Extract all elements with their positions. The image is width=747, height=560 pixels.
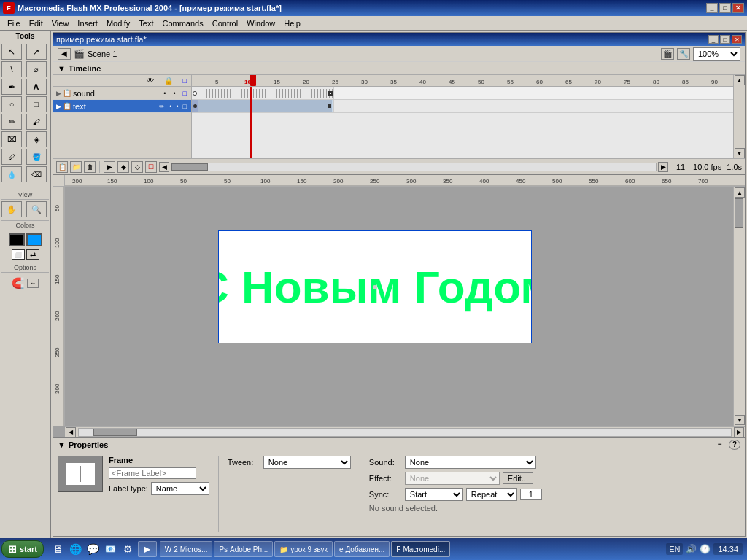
taskbar-photoshop[interactable]: Ps Adobe Ph... bbox=[214, 541, 273, 557]
free-transform-tool[interactable]: ⌧ bbox=[1, 131, 22, 147]
tray-icon-6[interactable]: ▶ bbox=[138, 541, 157, 557]
layer-sound-lock[interactable]: • bbox=[173, 90, 175, 97]
tray-icon-5[interactable]: ⚙ bbox=[120, 541, 136, 557]
ink-bottle-tool[interactable]: 🖊 bbox=[1, 149, 22, 165]
menu-edit[interactable]: Edit bbox=[25, 18, 47, 29]
stroke-color-box[interactable] bbox=[9, 233, 25, 246]
line-tool[interactable]: \ bbox=[1, 61, 22, 77]
canvas-scroll-down[interactable]: ▼ bbox=[735, 415, 745, 425]
lasso-tool[interactable]: ⌀ bbox=[26, 61, 47, 77]
close-button[interactable]: ✕ bbox=[732, 3, 744, 13]
menu-help[interactable]: Help bbox=[279, 18, 305, 29]
text-tool[interactable]: A bbox=[26, 79, 47, 95]
frame-label-input[interactable] bbox=[109, 467, 196, 479]
sound-select[interactable]: None bbox=[405, 456, 536, 469]
pencil-tool[interactable]: ✏ bbox=[1, 114, 22, 130]
tween-select[interactable]: None Motion Shape bbox=[263, 456, 351, 469]
tl-scroll-right[interactable]: ▶ bbox=[658, 162, 668, 172]
start-button[interactable]: ⊞ start bbox=[1, 540, 44, 558]
layer-text[interactable]: ▶ 📋 text ✏ • • □ bbox=[53, 100, 191, 113]
content-area: пример режима start.fla* _ □ ✕ ◀ 🎬 Scene… bbox=[51, 31, 747, 538]
menu-view[interactable]: View bbox=[47, 18, 74, 29]
layer-sound-outline[interactable]: □ bbox=[183, 90, 187, 97]
black-white-button[interactable]: ⬜ bbox=[12, 249, 25, 260]
props-options-btn[interactable]: ≡ bbox=[714, 440, 726, 450]
canvas-hscroll[interactable]: ◀ ▶ bbox=[65, 426, 745, 438]
tray-icon-2[interactable]: 🌐 bbox=[68, 541, 84, 557]
scene-icon-2[interactable]: 🔧 bbox=[677, 48, 690, 60]
subselect-tool[interactable]: ↗ bbox=[26, 44, 47, 60]
repeat-count-input[interactable] bbox=[520, 489, 542, 500]
repeat-select[interactable]: Repeat Loop bbox=[466, 488, 517, 501]
zoom-tool[interactable]: 🔍 bbox=[26, 201, 47, 217]
fill-transform-tool[interactable]: ◈ bbox=[26, 131, 47, 147]
play-btn[interactable]: ▶ bbox=[104, 161, 115, 173]
back-button[interactable]: ◀ bbox=[58, 48, 71, 60]
layer-text-outline[interactable]: □ bbox=[183, 103, 187, 110]
mdi-close[interactable]: ✕ bbox=[732, 35, 742, 44]
effect-select[interactable]: None bbox=[405, 472, 500, 485]
smooth-option[interactable]: ↔ bbox=[27, 279, 39, 288]
arrow-tool[interactable]: ↖ bbox=[1, 44, 22, 60]
menu-text[interactable]: Text bbox=[134, 18, 158, 29]
pen-tool[interactable]: ✒ bbox=[1, 79, 22, 95]
canvas-hscroll-thumb[interactable] bbox=[93, 429, 137, 436]
layer-sound[interactable]: ▶ 📋 sound • • □ bbox=[53, 87, 191, 100]
add-layer-btn[interactable]: 📋 bbox=[56, 161, 68, 173]
layer-text-lock[interactable]: • bbox=[176, 103, 178, 110]
tl-scroll-left[interactable]: ◀ bbox=[159, 162, 169, 172]
layer-text-eye[interactable]: • bbox=[169, 103, 171, 110]
canvas-vscroll-thumb[interactable] bbox=[735, 198, 743, 228]
delete-frame-btn[interactable]: ☐ bbox=[145, 161, 157, 173]
taskbar-flash[interactable]: F Macromedi... bbox=[391, 541, 450, 557]
add-layer-btn2[interactable]: 📁 bbox=[70, 161, 82, 173]
rect-tool[interactable]: □ bbox=[26, 96, 47, 112]
canvas-scroll-up[interactable]: ▲ bbox=[735, 187, 745, 198]
sync-select[interactable]: Start Event Stop Stream bbox=[405, 488, 463, 501]
fill-color-box[interactable] bbox=[26, 233, 42, 246]
props-collapse[interactable]: ▼ bbox=[58, 440, 66, 449]
timeline-scroll-up[interactable]: ▲ bbox=[735, 75, 745, 85]
scene-icon-1[interactable]: 🎬 bbox=[661, 48, 674, 60]
canvas-vscroll[interactable]: ▲ ▼ bbox=[733, 187, 745, 426]
tl-scroll-thumb[interactable] bbox=[171, 163, 208, 171]
brush-tool[interactable]: 🖌 bbox=[26, 114, 47, 130]
menu-commands[interactable]: Commands bbox=[158, 18, 207, 29]
timeline-collapse-icon[interactable]: ▼ bbox=[58, 64, 66, 73]
tray-icon-4[interactable]: 📧 bbox=[103, 541, 119, 557]
mdi-maximize[interactable]: □ bbox=[720, 35, 730, 44]
taskbar-folder[interactable]: 📁 урок 9 звук bbox=[274, 541, 333, 557]
layer-sound-eye[interactable]: • bbox=[163, 90, 166, 97]
maximize-button[interactable]: □ bbox=[719, 3, 731, 13]
insert-keyframe-btn[interactable]: ◆ bbox=[117, 161, 129, 173]
canvas-scroll-right[interactable]: ▶ bbox=[734, 427, 744, 438]
menu-control[interactable]: Control bbox=[208, 18, 242, 29]
timeline-vscroll[interactable]: ▲ ▼ bbox=[733, 75, 745, 158]
edit-button[interactable]: Edit... bbox=[503, 472, 533, 484]
taskbar-word[interactable]: W 2 Micros... bbox=[160, 541, 213, 557]
menu-insert[interactable]: Insert bbox=[73, 18, 102, 29]
menu-modify[interactable]: Modify bbox=[102, 18, 134, 29]
tray-icon-1[interactable]: 🖥 bbox=[50, 541, 66, 557]
eraser-tool[interactable]: ⌫ bbox=[26, 166, 47, 182]
taskbar-ie[interactable]: e Добавлен... bbox=[334, 541, 390, 557]
paint-bucket-tool[interactable]: 🪣 bbox=[26, 149, 47, 165]
tray-icon-3[interactable]: 💬 bbox=[85, 541, 101, 557]
swap-colors-button[interactable]: ⇄ bbox=[26, 249, 39, 260]
eyedropper-tool[interactable]: 💧 bbox=[1, 166, 22, 182]
canvas-scroll-area[interactable]: С Новым Годом bbox=[65, 187, 733, 426]
label-type-select[interactable]: Name Anchor Comment bbox=[151, 482, 209, 495]
menu-window[interactable]: Window bbox=[242, 18, 279, 29]
mdi-minimize[interactable]: _ bbox=[708, 35, 719, 44]
zoom-select[interactable]: 100% 50% 200% Show All bbox=[693, 47, 740, 61]
delete-layer-btn[interactable]: 🗑 bbox=[84, 161, 96, 173]
svg-text:500: 500 bbox=[552, 178, 562, 184]
timeline-scroll-down[interactable]: ▼ bbox=[735, 148, 745, 158]
menu-file[interactable]: File bbox=[3, 18, 25, 29]
hand-tool[interactable]: ✋ bbox=[1, 201, 22, 217]
props-help-btn[interactable]: ? bbox=[729, 440, 740, 450]
insert-blank-kf-btn[interactable]: ◇ bbox=[131, 161, 143, 173]
canvas-scroll-left[interactable]: ◀ bbox=[66, 427, 76, 438]
minimize-button[interactable]: _ bbox=[706, 3, 718, 13]
oval-tool[interactable]: ○ bbox=[1, 96, 22, 112]
